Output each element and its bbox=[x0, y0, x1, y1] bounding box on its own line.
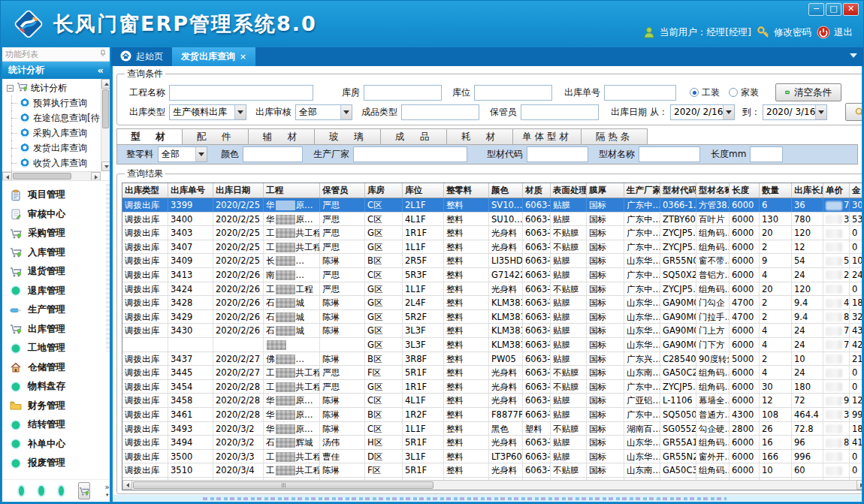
length-input[interactable] bbox=[750, 146, 783, 162]
table-row[interactable]: 调拨出库35002020/3/3工共工程曹佳D区3L1F整料LT3P606063… bbox=[122, 450, 863, 464]
tab-list-dropdown-icon[interactable] bbox=[850, 53, 857, 58]
tree-item[interactable]: 收货入库查询 bbox=[2, 155, 101, 171]
table-row[interactable]: 调拨出库34072020/2/25工共工程严思G区1L1F整料光身料6063-T… bbox=[122, 240, 863, 255]
product-type-input[interactable] bbox=[401, 104, 479, 120]
sidebar-scrollbar[interactable] bbox=[106, 184, 110, 352]
zhenglingliao-select[interactable]: 全部 bbox=[158, 146, 207, 162]
location-input[interactable] bbox=[474, 85, 552, 101]
scroll-right-icon[interactable] bbox=[91, 172, 101, 181]
column-header[interactable]: 单价 bbox=[823, 183, 850, 198]
material-tab-6[interactable]: 耗 材 bbox=[447, 128, 513, 144]
scroll-left-icon[interactable] bbox=[2, 172, 12, 181]
column-header[interactable]: 出库日期 bbox=[213, 183, 264, 198]
warehouse-input[interactable] bbox=[364, 85, 442, 101]
project-name-input[interactable] bbox=[169, 85, 313, 101]
tree-item[interactable]: 发货出库查询 bbox=[2, 140, 101, 155]
material-tab-4[interactable]: 玻 璃 bbox=[315, 128, 381, 144]
table-row[interactable]: 调拨出库34242020/2/26工工程严思G区1L1F整料光身料6063-T5… bbox=[122, 282, 863, 297]
column-header[interactable]: 出库单号 bbox=[168, 183, 213, 198]
factory-input[interactable] bbox=[353, 146, 467, 162]
material-tab-5[interactable]: 成 品 bbox=[381, 128, 447, 144]
date-from-select[interactable]: 2020/ 2/16 bbox=[670, 104, 735, 120]
sidebar-item-4[interactable]: 入库管理 bbox=[10, 243, 110, 263]
search-button[interactable]: 查 询 bbox=[845, 103, 863, 121]
sidebar-item-10[interactable]: 仓储管理 bbox=[10, 358, 110, 378]
pin-icon[interactable] bbox=[99, 50, 107, 59]
tab-active-shipment-query[interactable]: 发货出库查询 × bbox=[172, 47, 255, 66]
tree-item[interactable]: 在途信息查询[待 bbox=[2, 110, 101, 125]
table-row[interactable]: 调拨出库35102020/3/4工共工程陈琳F区5R1F整料光身料6063-T5… bbox=[122, 463, 863, 478]
table-row[interactable]: 调拨出库34092020/2/25长…陈琳B区2R5F整料LI35HD6063-… bbox=[122, 254, 863, 268]
material-tab-3[interactable]: 辅 材 bbox=[249, 128, 315, 144]
material-tab-2[interactable]: 配 件 bbox=[183, 128, 249, 144]
column-header[interactable]: 整零料 bbox=[444, 183, 489, 198]
grid-horizontal-scrollbar[interactable] bbox=[122, 480, 863, 490]
outbound-type-select[interactable]: 生产领料出库 bbox=[169, 104, 246, 120]
table-row[interactable]: 调拨出库34582020/2/28华原…陈琳C区4L1F整料光身料6063-T5… bbox=[122, 394, 863, 408]
sidebar-item-5[interactable]: 退货管理 bbox=[10, 262, 110, 282]
radio-gongzhuang[interactable] bbox=[690, 88, 699, 97]
sidebar-item-15[interactable]: 报废管理 bbox=[10, 454, 110, 473]
column-header[interactable]: 出库长度 bbox=[792, 183, 823, 198]
column-header[interactable]: 材质 bbox=[523, 183, 551, 198]
tree-root-node[interactable]: − 统计分析 bbox=[2, 80, 101, 95]
column-header[interactable]: 型材代码 bbox=[660, 183, 696, 198]
order-no-input[interactable] bbox=[604, 85, 676, 101]
table-row[interactable]: 调拨出库34032020/2/25工共工程严思G区1R1F整料光身料6063-T… bbox=[122, 226, 863, 240]
sidebar-item-1[interactable]: 项目管理 bbox=[10, 186, 110, 205]
material-tab-7[interactable]: 单体型材 bbox=[513, 128, 582, 144]
keeper-input[interactable] bbox=[521, 104, 599, 120]
sidebar-item-8[interactable]: 出库管理 bbox=[10, 320, 110, 340]
column-header[interactable]: 金 bbox=[850, 183, 863, 198]
sidebar-item-2[interactable]: 审核中心 bbox=[10, 205, 110, 225]
tree-expander-icon[interactable]: − bbox=[7, 85, 14, 92]
column-header[interactable]: 长度 bbox=[730, 183, 760, 198]
footer-overflow-chevron[interactable]: »▾ bbox=[104, 484, 110, 499]
sidebar-item-3[interactable]: 采购管理 bbox=[10, 224, 110, 243]
table-row[interactable]: 调拨出库33992020/2/25华原…严思C区2L1F整料SV10…6063-… bbox=[122, 198, 863, 213]
clear-conditions-button[interactable]: 清空条件 bbox=[775, 83, 841, 101]
sidebar-item-14[interactable]: 补单中心 bbox=[10, 435, 110, 454]
tree-vscroll-thumb[interactable] bbox=[102, 89, 109, 128]
column-header[interactable]: 膜厚 bbox=[587, 183, 624, 198]
logout-button[interactable]: 退出 bbox=[817, 26, 853, 39]
change-password-button[interactable]: 修改密码 bbox=[757, 26, 811, 39]
collapse-icon[interactable]: « bbox=[98, 65, 104, 76]
profile-code-input[interactable] bbox=[527, 146, 588, 162]
table-row[interactable]: 调拨出库34612020/2/28华原…陈琳B区1R2F整料F8877FT606… bbox=[122, 408, 863, 422]
column-header[interactable]: 型材名称 bbox=[696, 183, 730, 198]
sidebar-item-12[interactable]: 财务管理 bbox=[10, 397, 110, 416]
scroll-right-icon[interactable] bbox=[856, 480, 863, 490]
table-row[interactable]: 调拨出库34302020/2/26石城陈琳G区3L3F整料KLM38176063… bbox=[122, 324, 863, 338]
color-input[interactable] bbox=[243, 146, 303, 162]
sidebar-item-7[interactable]: 生产管理 bbox=[10, 300, 110, 320]
sidebar-item-6[interactable]: 退库管理 bbox=[10, 282, 110, 301]
table-row[interactable]: 调拨出库34132020/2/26南…严思C区5R3F整料G714226063-… bbox=[122, 268, 863, 282]
table-row[interactable]: 调拨出库34292020/2/26石城陈琳G区5R2F整料KLM38176063… bbox=[122, 310, 863, 324]
close-button[interactable]: ✕ bbox=[843, 3, 859, 16]
column-header[interactable]: 保管员 bbox=[320, 183, 365, 198]
tab-home[interactable]: 起始页 bbox=[111, 47, 172, 66]
column-header[interactable]: 数量 bbox=[760, 183, 792, 198]
column-header[interactable]: 库房 bbox=[365, 183, 403, 198]
column-header[interactable]: 颜色 bbox=[489, 183, 523, 198]
footer-cart-button[interactable] bbox=[78, 482, 90, 499]
audit-select[interactable]: 全部 bbox=[295, 104, 352, 120]
minimize-button[interactable]: ─ bbox=[808, 3, 824, 16]
table-row[interactable]: G区3L3F整料KLM38176063-T5贴膜国标山东华…GA90M09.门下… bbox=[122, 338, 863, 352]
column-header[interactable]: 生产厂家 bbox=[624, 183, 660, 198]
scroll-down-icon[interactable] bbox=[101, 161, 110, 171]
material-tab-1[interactable]: 型 材 bbox=[116, 128, 183, 144]
scroll-left-icon[interactable] bbox=[122, 480, 132, 490]
sidebar-item-11[interactable]: 物料盘存 bbox=[10, 377, 110, 397]
footer-dot-icon[interactable] bbox=[38, 486, 44, 496]
maximize-button[interactable]: □ bbox=[826, 3, 841, 16]
grid-hscroll-thumb[interactable] bbox=[133, 481, 434, 489]
sidebar-item-13[interactable]: 结转管理 bbox=[10, 415, 110, 435]
column-header[interactable]: 工程 bbox=[264, 183, 320, 198]
table-row[interactable]: 调拨出库34942020/3/2石辉城汤伟H区5R1F整料光身料6063-T5贴… bbox=[122, 436, 863, 450]
column-header[interactable]: 库位 bbox=[403, 183, 444, 198]
sidebar-group-header[interactable]: 统计分析 « bbox=[2, 62, 110, 79]
table-row[interactable]: 调拨出库34282020/2/26石城陈琳G区2L4F整料KLM38176063… bbox=[122, 296, 863, 310]
tree-horizontal-scrollbar[interactable] bbox=[2, 171, 101, 180]
